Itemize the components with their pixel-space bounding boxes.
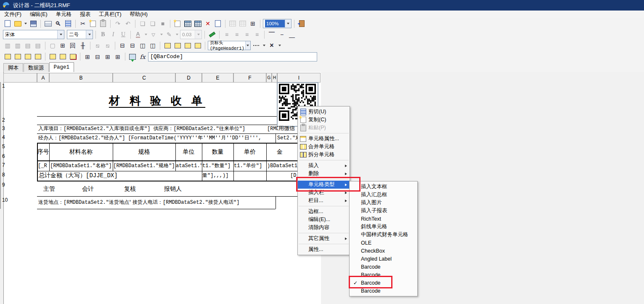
band-group4-button[interactable]: ⊞: [113, 52, 122, 61]
header-cell-seq[interactable]: 序号: [37, 144, 49, 160]
insert-col-button[interactable]: [33, 52, 42, 61]
delete-page-button[interactable]: ✕: [203, 19, 212, 28]
cell-row3-fields[interactable]: 入库项目：[RMDBDataSet2."入库项目或仓库"] 供应商：[RMDBD…: [38, 125, 265, 133]
menu-edit[interactable]: 编辑(E): [26, 11, 52, 18]
blank-page-button[interactable]: [213, 19, 223, 28]
zoom-dropdown-arrow[interactable]: [285, 19, 291, 28]
align-justify-button[interactable]: ≡: [252, 30, 262, 39]
border-bottom-button[interactable]: ▤: [33, 41, 42, 50]
context-menu-item-other-properties[interactable]: 其它属性: [298, 235, 350, 243]
diagonal-down-button[interactable]: ⧅: [93, 41, 102, 50]
col-header-F[interactable]: F: [233, 73, 266, 83]
context-menu-item-cut[interactable]: 剪切(U): [298, 108, 350, 116]
border-left-button[interactable]: ▥: [3, 41, 12, 50]
tab-datasource[interactable]: 数据源: [24, 63, 49, 72]
fill-color-button[interactable]: 🜄: [149, 30, 158, 39]
submenu-item-checkbox[interactable]: CheckBox: [350, 247, 417, 255]
row-header-10[interactable]: 10总结: [0, 196, 1, 209]
insert-table-button[interactable]: [183, 19, 192, 28]
context-menu-item-cell-properties[interactable]: 单元格属性...: [298, 135, 350, 143]
bold-button[interactable]: B: [98, 30, 108, 39]
sign-reviewer[interactable]: 复核: [124, 181, 136, 196]
col-header-B[interactable]: B: [49, 73, 113, 83]
detail-cell-spec[interactable]: [RMDBDataSet1."规格"]: [113, 161, 175, 171]
new-report-button[interactable]: [173, 19, 182, 28]
font-name-select[interactable]: 宋体: [3, 30, 64, 39]
header-cell-spec[interactable]: 规格: [113, 144, 175, 160]
formula-input[interactable]: [148, 52, 317, 61]
summary-qty-cell[interactable]: 量"],,,)]: [202, 171, 233, 181]
detail-cell-seq[interactable]: [_R: [38, 161, 49, 171]
row-header-7[interactable]: 7主项数据: [0, 161, 1, 171]
align-center-button[interactable]: ≡: [232, 30, 241, 39]
border-outer-button[interactable]: 回: [68, 41, 77, 50]
row-header-5[interactable]: 5页标头: [0, 143, 1, 152]
menu-cell[interactable]: 单元格: [52, 11, 76, 18]
context-menu-item-properties[interactable]: 属性...: [298, 245, 350, 253]
selection-button[interactable]: ■: [158, 19, 167, 28]
row-header-2[interactable]: 2页标头: [0, 116, 1, 125]
row-header-6[interactable]: 6页标头: [0, 152, 1, 161]
zoom-select[interactable]: 100%: [263, 19, 292, 28]
merge-horizontal-button[interactable]: ⊟: [118, 41, 127, 50]
page-setup-button[interactable]: [64, 19, 73, 28]
line-style-button[interactable]: [252, 41, 261, 50]
merge-vertical-button[interactable]: ◫: [138, 41, 147, 50]
context-menu-item-borders[interactable]: 边框...: [298, 208, 350, 216]
line-color-dropdown[interactable]: [175, 30, 179, 39]
font-color-button[interactable]: A: [133, 30, 143, 39]
sign-reimburser[interactable]: 报销人: [164, 181, 182, 196]
context-menu-item-paste[interactable]: 粘贴(P): [298, 124, 350, 132]
header-cell-qty[interactable]: 数量: [202, 144, 233, 160]
new-button[interactable]: [3, 19, 12, 28]
submenu-item-chinese-finance-cell[interactable]: 中国样式财务单元格: [350, 231, 417, 239]
submenu-item-barcode-1[interactable]: Barcode: [350, 263, 417, 271]
insert-row-button[interactable]: [23, 52, 32, 61]
valign-top-button[interactable]: ⎺: [267, 30, 276, 39]
col-break-button[interactable]: [13, 52, 22, 61]
row-break-button[interactable]: [3, 52, 12, 61]
line-color-button[interactable]: ✎: [164, 30, 174, 39]
line-style-dropdown[interactable]: [262, 41, 266, 50]
submenu-item-diagonal-cell[interactable]: 斜线单元格: [350, 223, 417, 231]
context-menu-item-split-cells[interactable]: 拆分单元格: [298, 151, 350, 159]
report-title-cell[interactable]: 材 料 验 收 单: [37, 93, 277, 108]
shift-cell-button[interactable]: [193, 41, 202, 50]
row-header-9[interactable]: 9总结: [0, 181, 1, 196]
col-header-A[interactable]: A: [37, 73, 49, 83]
cell-grid-button[interactable]: ⊞: [248, 19, 257, 28]
print-button[interactable]: [43, 19, 53, 28]
sign-supervisor[interactable]: 主管: [43, 181, 55, 196]
border-inner-button[interactable]: ╫: [78, 41, 87, 50]
context-menu-item-clear-content[interactable]: 清除内容: [298, 224, 350, 232]
cell-row3-clipped[interactable]: [RMD: [267, 125, 278, 133]
split-horizontal-button[interactable]: ⊟: [128, 41, 137, 50]
submenu-item-insert-subreport[interactable]: 插入子报表: [350, 207, 417, 215]
menu-file[interactable]: 文件(F): [0, 11, 26, 18]
header-cell-name[interactable]: 材料名称: [49, 144, 113, 160]
clear-dropdown[interactable]: [277, 41, 282, 50]
tab-script[interactable]: 脚本: [3, 63, 23, 72]
cut-button[interactable]: ✂: [78, 19, 87, 28]
menu-report[interactable]: 报表: [76, 11, 95, 18]
paste-button[interactable]: [98, 19, 108, 28]
border-right-button[interactable]: ▥: [13, 41, 22, 50]
col-header-G[interactable]: G: [266, 73, 272, 83]
border-top-button[interactable]: ▤: [23, 41, 32, 50]
undo-button[interactable]: ↶: [123, 19, 133, 28]
show-grid-button[interactable]: [228, 19, 237, 28]
exit-button[interactable]: [297, 19, 306, 28]
context-menu-item-edit[interactable]: 编辑(E)...: [298, 216, 350, 224]
split-vertical-button[interactable]: ◫: [148, 41, 157, 50]
col-header-E[interactable]: E: [202, 73, 233, 83]
bring-forward-button[interactable]: ❏: [138, 19, 147, 28]
detail-cell-unit[interactable]: ataSet1.": [176, 161, 201, 171]
italic-button[interactable]: I: [109, 30, 118, 39]
context-menu-item-columns[interactable]: 栏目...: [298, 197, 350, 205]
valign-middle-button[interactable]: −: [277, 30, 286, 39]
submenu-item-ole[interactable]: OLE: [350, 239, 417, 247]
cell-receiver-phone[interactable]: 接货人电话：[RMDBDataSet2."接货人电话"]: [133, 196, 271, 209]
menu-help[interactable]: 帮助(H): [126, 11, 152, 18]
save-button[interactable]: [29, 19, 38, 28]
clear-button[interactable]: ×: [267, 41, 276, 50]
